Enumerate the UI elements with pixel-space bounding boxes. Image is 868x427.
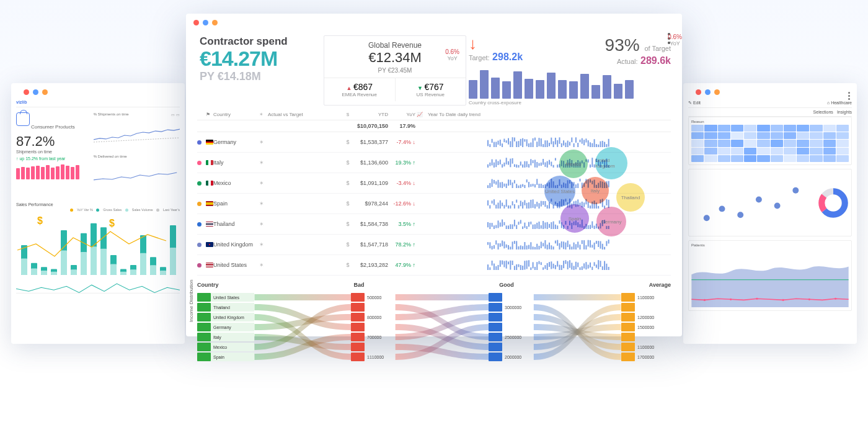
svg-rect-243 (518, 205, 520, 209)
svg-rect-87 (567, 141, 569, 147)
svg-rect-98 (590, 142, 591, 147)
svg-rect-429 (530, 267, 531, 270)
svg-rect-119 (510, 159, 511, 168)
svg-rect-23 (130, 269, 136, 275)
svg-rect-398 (590, 240, 591, 248)
trend-sparkline (424, 238, 671, 251)
svg-rect-133 (539, 163, 540, 166)
target-label: Target: (469, 54, 490, 61)
selections-link[interactable]: Selections (813, 110, 833, 114)
svg-rect-168 (487, 185, 489, 188)
sankey-node: United Kingdom (197, 313, 254, 321)
svg-rect-425 (522, 266, 523, 270)
yoy-value: -7.4% (388, 139, 415, 145)
svg-rect-105 (604, 142, 605, 147)
svg-rect-73 (539, 138, 540, 146)
trend-sparkline (424, 136, 671, 148)
svg-rect-460 (594, 262, 595, 266)
heatmap-panel: Reason (688, 117, 852, 165)
svg-rect-77 (547, 140, 548, 147)
mini-line-charts: % Shipments on time▭ ▭ % Delivered on ti… (94, 112, 180, 196)
kpi-value: €12.34M (332, 50, 458, 66)
svg-rect-412 (495, 266, 497, 270)
svg-rect-415 (502, 261, 503, 265)
svg-rect-432 (536, 262, 538, 270)
kpi-contractor-spend: Contractor spend €14.27M PY €14.18M 0.6%… (197, 35, 321, 106)
svg-rect-252 (536, 202, 538, 207)
mixed-panel (688, 169, 852, 236)
svg-rect-228 (487, 200, 489, 205)
svg-rect-25 (140, 253, 146, 275)
area-panel: Patients (688, 240, 852, 311)
svg-rect-288 (487, 222, 489, 227)
sankey-node (489, 313, 532, 321)
svg-rect-306 (524, 223, 525, 228)
svg-rect-437 (547, 263, 548, 270)
svg-rect-458 (590, 263, 591, 267)
yoy-value: -3.4% (388, 180, 415, 186)
svg-rect-97 (588, 140, 589, 146)
svg-rect-114 (500, 160, 501, 164)
ytd-value: $1,136,600 (353, 160, 388, 166)
svg-rect-238 (508, 205, 509, 209)
svg-rect-185 (522, 184, 523, 187)
country-name: Italy (213, 160, 259, 166)
svg-rect-134 (541, 163, 542, 166)
svg-rect-189 (530, 184, 531, 187)
svg-rect-364 (520, 245, 521, 249)
svg-rect-386 (565, 243, 566, 249)
insights-link[interactable]: Insights (837, 110, 852, 114)
edit-button[interactable]: Edit (693, 101, 701, 105)
svg-rect-120 (512, 158, 513, 164)
svg-rect-108 (487, 164, 489, 168)
svg-rect-63 (518, 141, 520, 147)
svg-rect-383 (559, 243, 560, 249)
svg-rect-7 (51, 272, 57, 275)
kpi-title: Global Revenue (332, 41, 458, 50)
venn-chart: MexicoUnited KingdomThailandGermanySpain… (543, 147, 667, 240)
svg-rect-78 (549, 143, 550, 146)
svg-rect-409 (489, 267, 490, 270)
svg-rect-405 (604, 247, 605, 249)
svg-rect-430 (533, 262, 534, 268)
svg-rect-171 (494, 180, 495, 184)
svg-rect-363 (518, 246, 520, 249)
svg-rect-31 (170, 248, 176, 275)
svg-rect-118 (508, 161, 509, 165)
svg-rect-414 (500, 260, 501, 266)
svg-rect-361 (514, 241, 515, 244)
svg-rect-247 (526, 203, 528, 209)
actual-value: 289.6k (640, 55, 671, 66)
table-row[interactable]: United States ✶ $ $2,193,282 47.9% (197, 255, 671, 276)
spark-icon: ✶ (259, 200, 268, 207)
svg-rect-89 (571, 138, 572, 143)
svg-rect-351 (494, 245, 495, 249)
svg-rect-348 (487, 242, 489, 245)
sankey-node: 1100000 (621, 293, 671, 302)
svg-rect-96 (585, 138, 587, 142)
spark-icon: ✶ (259, 262, 268, 268)
svg-rect-444 (561, 265, 562, 270)
svg-rect-443 (559, 265, 560, 270)
svg-rect-64 (520, 139, 521, 146)
svg-rect-176 (503, 184, 505, 187)
more-icon[interactable] (846, 91, 852, 101)
kpi-yoy: 0.6%YoY (668, 34, 682, 47)
svg-rect-129 (530, 159, 531, 165)
svg-rect-390 (574, 243, 575, 249)
links-row: SelectionsInsights (688, 108, 852, 117)
sankey-col-label: Average (649, 282, 671, 288)
svg-rect-433 (539, 261, 540, 264)
sankey-node: 700000 (351, 333, 394, 341)
svg-rect-13 (81, 252, 87, 275)
ytd-value: $978,244 (353, 200, 388, 207)
svg-rect-71 (534, 138, 536, 141)
svg-rect-451 (575, 262, 577, 269)
svg-rect-456 (585, 262, 587, 269)
svg-rect-396 (585, 245, 587, 249)
svg-rect-357 (506, 245, 507, 248)
svg-rect-232 (495, 205, 497, 209)
svg-rect-244 (520, 200, 521, 206)
svg-rect-85 (563, 140, 564, 145)
svg-rect-312 (536, 223, 538, 229)
